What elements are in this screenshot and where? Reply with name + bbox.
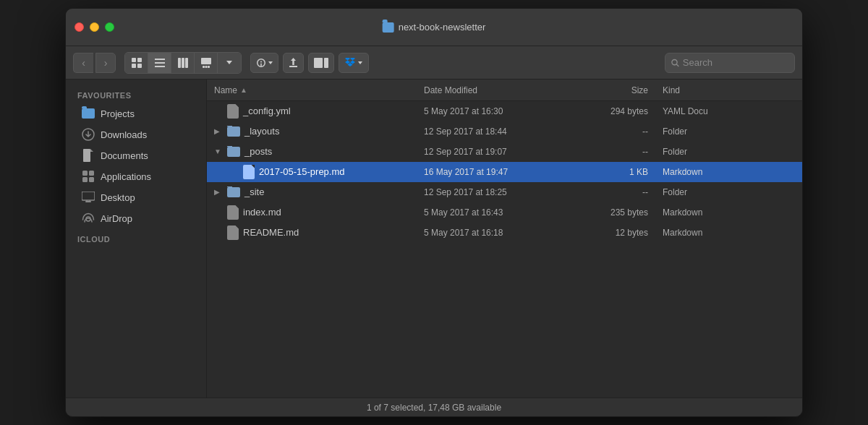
file-row-selected[interactable]: 2017-05-15-prep.md 16 May 2017 at 19:47 … <box>207 162 802 182</box>
sidebar-item-projects-label: Projects <box>101 108 135 119</box>
icloud-section-label: iCloud <box>66 229 206 245</box>
svg-rect-26 <box>85 201 91 202</box>
icon-view-button[interactable] <box>125 53 148 73</box>
file-name: _config.yml <box>243 106 291 116</box>
svg-rect-6 <box>155 66 165 67</box>
file-date: 12 Sep 2017 at 18:44 <box>417 126 569 137</box>
svg-rect-22 <box>89 171 94 176</box>
column-headers: Name ▲ Date Modified Size Kind <box>207 80 802 101</box>
list-view-button[interactable] <box>148 53 171 73</box>
sidebar-item-airdrop-label: AirDrop <box>101 213 132 224</box>
favourites-label: Favourites <box>66 88 206 103</box>
svg-rect-2 <box>132 64 136 68</box>
toolbar: ‹ › <box>66 46 802 80</box>
file-size: -- <box>569 147 655 157</box>
sidebar-item-downloads[interactable]: Downloads <box>70 124 202 145</box>
file-date: 12 Sep 2017 at 18:25 <box>417 187 569 197</box>
airdrop-icon <box>82 212 95 225</box>
file-kind: Folder <box>655 126 802 137</box>
action-button[interactable] <box>250 53 278 73</box>
close-button[interactable] <box>75 22 84 32</box>
file-size: -- <box>569 126 655 137</box>
file-name: _layouts <box>244 126 279 137</box>
size-column-header[interactable]: Size <box>569 85 655 95</box>
file-name-cell: ▶ _site <box>207 186 417 197</box>
file-name-cell: ▶ _layouts <box>207 126 417 137</box>
preview-button[interactable] <box>308 53 334 73</box>
kind-column-header[interactable]: Kind <box>655 85 802 95</box>
svg-point-16 <box>672 59 677 64</box>
file-row[interactable]: ▶ _layouts 12 Sep 2017 at 18:44 -- Folde… <box>207 121 802 142</box>
svg-rect-25 <box>82 192 95 200</box>
file-row[interactable]: README.md 5 May 2017 at 16:18 12 bytes M… <box>207 223 802 243</box>
name-column-header[interactable]: Name ▲ <box>207 85 417 95</box>
sidebar-item-applications[interactable]: Applications <box>70 166 202 186</box>
nav-buttons: ‹ › <box>73 53 116 73</box>
dropbox-button[interactable] <box>339 53 369 73</box>
file-kind: Markdown <box>655 207 802 218</box>
svg-rect-3 <box>137 64 142 68</box>
window-title-text: next-book-newsletter <box>399 22 486 33</box>
folder-icon <box>383 22 394 33</box>
file-size: 294 bytes <box>569 106 655 116</box>
expand-arrow: ▼ <box>214 147 223 155</box>
file-kind: YAML Docu <box>655 106 802 116</box>
svg-rect-14 <box>314 58 323 68</box>
file-icon <box>243 165 255 179</box>
gallery-view-button[interactable] <box>195 53 218 73</box>
sort-arrow: ▲ <box>240 86 247 94</box>
svg-rect-13 <box>208 66 210 68</box>
folder-icon <box>227 126 240 137</box>
svg-rect-12 <box>205 66 207 68</box>
file-row[interactable]: _config.yml 5 May 2017 at 16:30 294 byte… <box>207 101 802 121</box>
search-box[interactable] <box>665 53 795 73</box>
file-name-cell: index.md <box>207 205 417 220</box>
applications-icon <box>82 170 95 183</box>
svg-rect-8 <box>182 58 184 68</box>
file-date: 5 May 2017 at 16:43 <box>417 207 569 218</box>
maximize-button[interactable] <box>105 22 114 32</box>
name-header-label: Name <box>214 85 237 95</box>
file-row[interactable]: index.md 5 May 2017 at 16:43 235 bytes M… <box>207 202 802 223</box>
minimize-button[interactable] <box>90 22 99 32</box>
svg-rect-11 <box>203 66 205 68</box>
svg-rect-10 <box>201 58 211 64</box>
file-row[interactable]: ▶ _site 12 Sep 2017 at 18:25 -- Folder <box>207 182 802 202</box>
file-icon <box>227 205 239 220</box>
sidebar-item-airdrop[interactable]: AirDrop <box>70 208 202 228</box>
svg-marker-20 <box>90 149 93 152</box>
documents-icon <box>82 149 95 162</box>
sidebar-item-documents[interactable]: Documents <box>70 145 202 166</box>
file-name-cell: 2017-05-15-prep.md <box>207 165 417 179</box>
back-button[interactable]: ‹ <box>73 53 93 73</box>
sidebar-item-desktop-label: Desktop <box>101 192 135 203</box>
file-size: 12 bytes <box>569 228 655 238</box>
file-list: _config.yml 5 May 2017 at 16:30 294 byte… <box>207 101 802 398</box>
folder-icon <box>227 147 240 157</box>
file-name: 2017-05-15-prep.md <box>259 166 345 177</box>
status-bar: 1 of 7 selected, 17,48 GB available <box>66 398 802 416</box>
column-view-button[interactable] <box>171 53 195 73</box>
svg-rect-21 <box>82 171 88 176</box>
file-content: Name ▲ Date Modified Size Kind <box>207 80 802 398</box>
share-button[interactable] <box>283 53 304 73</box>
svg-rect-23 <box>82 177 88 182</box>
svg-rect-9 <box>185 58 188 68</box>
traffic-lights <box>75 22 114 32</box>
downloads-icon <box>82 128 95 141</box>
sidebar-item-desktop[interactable]: Desktop <box>70 187 202 207</box>
svg-rect-7 <box>178 58 181 68</box>
arrange-dropdown-button[interactable] <box>218 53 241 73</box>
date-column-header[interactable]: Date Modified <box>417 85 569 95</box>
sidebar-item-projects[interactable]: Projects <box>70 103 202 124</box>
file-date: 16 May 2017 at 19:47 <box>417 167 569 177</box>
svg-rect-15 <box>324 58 328 68</box>
main-content: Favourites Projects Downloads <box>66 80 802 398</box>
view-buttons <box>124 52 242 74</box>
file-row[interactable]: ▼ _posts 12 Sep 2017 at 19:07 -- Folder <box>207 142 802 162</box>
file-kind: Folder <box>655 187 802 197</box>
svg-rect-0 <box>132 58 136 62</box>
search-input[interactable] <box>683 57 788 68</box>
file-icon <box>227 226 239 240</box>
forward-button[interactable]: › <box>95 53 116 73</box>
